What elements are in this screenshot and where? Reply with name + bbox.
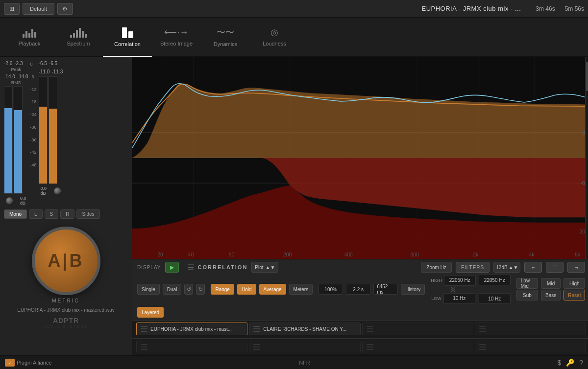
right-knob[interactable] bbox=[54, 187, 61, 194]
file-item-6[interactable] bbox=[249, 341, 360, 353]
nav-tabs: Playback Spectrum Correlation ⟵·→ Stereo… bbox=[0, 18, 588, 57]
tab-stereoimage[interactable]: ⟵·→ Stereo Image bbox=[152, 18, 201, 57]
file-item-7[interactable] bbox=[362, 341, 473, 353]
peak-right: -2.3 bbox=[14, 61, 23, 66]
l-button[interactable]: L bbox=[29, 209, 43, 219]
correlation-chart: 20 40 80 200 400 800 2k 4k 8k 20k 1 0.5 … bbox=[132, 57, 588, 259]
left-panel: -2.6 -2.3 Peak -14.0 -14.0 RMS bbox=[0, 57, 132, 355]
tab-loudness[interactable]: ◎ Loudness bbox=[250, 18, 299, 57]
hold-button[interactable]: Hold bbox=[237, 284, 256, 295]
file-item-8[interactable] bbox=[475, 341, 586, 353]
average-button[interactable]: Average bbox=[259, 284, 286, 295]
meters-button[interactable]: Meters bbox=[289, 284, 313, 295]
file-item-1[interactable]: EUPHORIA - JRMX club mix - mast... bbox=[136, 323, 247, 335]
peak-label: Peak bbox=[4, 67, 28, 72]
chart-area[interactable]: 20 40 80 200 400 800 2k 4k 8k 20k 1 0.5 … bbox=[132, 57, 588, 259]
mono-button[interactable]: Mono bbox=[4, 209, 27, 219]
layered-button[interactable]: Layered bbox=[137, 307, 164, 318]
tab-spectrum[interactable]: Spectrum bbox=[54, 18, 103, 57]
layout-icon-button[interactable]: ⊞ bbox=[4, 3, 20, 15]
cycle-up-button[interactable]: ↺ bbox=[184, 284, 193, 295]
file-item-4[interactable] bbox=[475, 323, 586, 335]
bass-button[interactable]: Bass bbox=[541, 290, 561, 300]
s-button[interactable]: S bbox=[45, 209, 59, 219]
single-button[interactable]: Single bbox=[137, 284, 160, 295]
high-low-section: HIGH 22050 Hz ⛓ LOW 10 Hz bbox=[431, 275, 476, 304]
tab-correlation[interactable]: Correlation bbox=[103, 18, 152, 57]
low-label: LOW bbox=[431, 296, 441, 301]
svg-text:20: 20 bbox=[157, 252, 163, 257]
left-channel-bar bbox=[4, 86, 13, 194]
filter-lowshelf-button[interactable]: ⌐ bbox=[524, 262, 542, 273]
right-knob-row: 0.0dB bbox=[39, 185, 63, 197]
file-item-4-icon bbox=[479, 326, 486, 332]
question-icon[interactable]: ? bbox=[579, 359, 583, 367]
tab-dynamics[interactable]: 〜〜 Dynamics bbox=[201, 18, 250, 57]
preset-button[interactable]: Default bbox=[23, 3, 54, 15]
high-low-section2: 22050 Hz 10 Hz bbox=[479, 275, 511, 304]
high-row: HIGH 22050 Hz bbox=[431, 275, 476, 286]
svg-text:200: 200 bbox=[283, 252, 292, 257]
range-button[interactable]: Range bbox=[211, 284, 234, 295]
tab-playback[interactable]: Playback bbox=[5, 18, 54, 57]
lowmid-button[interactable]: Low Mid bbox=[516, 278, 538, 289]
right-left-bar-bg bbox=[39, 76, 48, 184]
layered-row: Layered bbox=[137, 307, 585, 318]
dynamics-icon: 〜〜 bbox=[217, 26, 234, 38]
filter-bell-button[interactable]: ⌒ bbox=[546, 262, 564, 273]
file-item-6-icon bbox=[253, 344, 260, 350]
file-item-3[interactable] bbox=[362, 323, 473, 335]
ab-label: METRIC bbox=[52, 298, 79, 303]
right-rms-labels: -11.0 -11.3 bbox=[39, 69, 63, 74]
file-item-1-name: EUPHORIA - JRMX club mix - mast... bbox=[150, 326, 232, 332]
time2: 5m 56s bbox=[565, 5, 584, 12]
filters-button[interactable]: FILTERS bbox=[456, 262, 490, 273]
tab-playback-label: Playback bbox=[19, 41, 41, 46]
tab-dynamics-label: Dynamics bbox=[214, 41, 237, 47]
key-icon[interactable]: 🔑 bbox=[566, 359, 574, 367]
db-arrows: ▲▼ bbox=[509, 265, 518, 270]
mid-button[interactable]: Mid bbox=[541, 278, 561, 289]
peak-labels: -2.6 -2.3 bbox=[4, 61, 28, 66]
reset-button[interactable]: Reset bbox=[564, 290, 585, 300]
svg-text:4k: 4k bbox=[529, 252, 535, 257]
dollar-icon[interactable]: $ bbox=[557, 359, 561, 367]
high-filter-button[interactable]: High bbox=[564, 278, 585, 289]
high-label: HIGH bbox=[431, 278, 442, 283]
r-button[interactable]: R bbox=[60, 209, 74, 219]
chart-scrollbar[interactable] bbox=[585, 57, 588, 259]
svg-text:2k: 2k bbox=[473, 252, 479, 257]
history-button[interactable]: History bbox=[401, 284, 425, 295]
scrollbar-thumb[interactable] bbox=[586, 62, 588, 91]
dual-button[interactable]: Dual bbox=[163, 284, 182, 295]
cycle-down-button[interactable]: ↻ bbox=[196, 284, 205, 295]
db-select[interactable]: 12dB ▲▼ bbox=[493, 262, 520, 273]
control-row-1: DISPLAY ▶ ☰ CORRELATION Plot ▲▼ Zoom Hz … bbox=[137, 262, 585, 273]
pa-icon: ♪ bbox=[5, 359, 15, 367]
file-item-2-icon bbox=[253, 326, 260, 332]
file-item-5[interactable] bbox=[136, 341, 247, 353]
play-button[interactable]: ▶ bbox=[165, 262, 179, 273]
dropdown-arrow: ▲▼ bbox=[266, 265, 275, 270]
db-value: 12dB bbox=[496, 265, 507, 270]
filter-highshelf-button[interactable]: ¬ bbox=[567, 262, 585, 273]
settings-icon-button[interactable]: ⚙ bbox=[57, 3, 73, 15]
ab-button[interactable]: A|B bbox=[32, 227, 100, 295]
left-knob[interactable] bbox=[6, 197, 13, 204]
sub-button[interactable]: Sub bbox=[516, 290, 538, 300]
control-row-2: Single Dual ↺ ↻ Range Hold Average Meter… bbox=[137, 275, 585, 304]
rms-right: -14.0 bbox=[17, 74, 28, 79]
right-rms-right: -11.3 bbox=[51, 69, 63, 74]
hamburger-icon[interactable]: ☰ bbox=[187, 263, 194, 272]
svg-text:40: 40 bbox=[188, 252, 194, 257]
spectrum-icon bbox=[70, 27, 87, 38]
sides-button[interactable]: Sides bbox=[76, 209, 99, 219]
file-item-2[interactable]: CLAIRE RICHARDS - SHAME ON Y... bbox=[249, 323, 360, 335]
tab-spectrum-label: Spectrum bbox=[67, 41, 90, 46]
right-rms-left: -11.0 bbox=[39, 69, 50, 74]
file-item-8-icon bbox=[479, 344, 486, 350]
file-item-5-icon bbox=[141, 344, 147, 350]
zoom-hz-button[interactable]: Zoom Hz bbox=[421, 262, 452, 273]
plot-dropdown[interactable]: Plot ▲▼ bbox=[251, 262, 278, 273]
mode-buttons: Mono L S R Sides bbox=[4, 209, 128, 219]
